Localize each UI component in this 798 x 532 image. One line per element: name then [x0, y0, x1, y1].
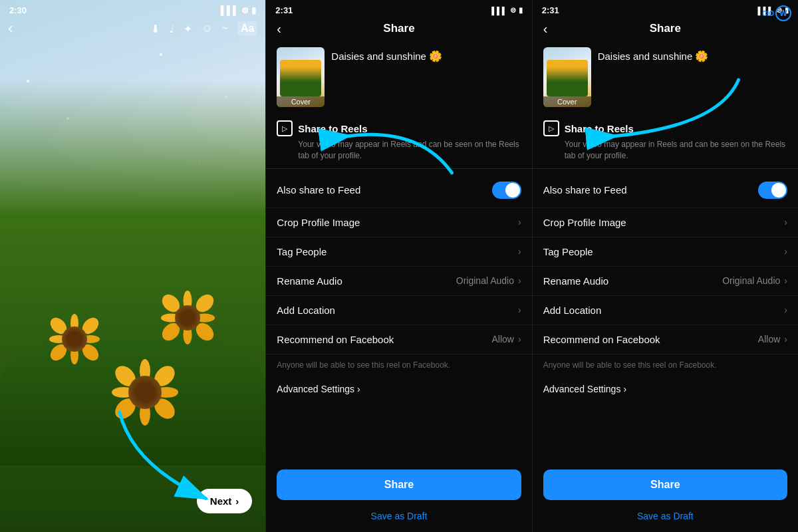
- menu-row-audio[interactable]: Rename Audio Original Audio ›: [266, 267, 531, 296]
- phone3-reels-section: ▷ Share to Reels Your video may appear i…: [533, 115, 798, 164]
- share-title-p3: Share: [650, 22, 681, 35]
- thumbnail-image-p3: [547, 60, 588, 96]
- crop-chevron-p3: ›: [784, 217, 787, 227]
- audio-chevron: ›: [518, 275, 521, 286]
- facebook-chevron: ›: [518, 334, 521, 344]
- reels-header-p3: ▷ Share to Reels: [543, 120, 787, 136]
- menu-row-tag-p3[interactable]: Tag People ›: [533, 237, 798, 267]
- tag-chevron-p3: ›: [784, 246, 787, 257]
- menu-row-facebook-p3[interactable]: Recommend on Facebook Allow ›: [533, 325, 798, 354]
- cover-thumbnail[interactable]: Cover: [277, 47, 325, 107]
- thumbnail-image: [280, 60, 321, 96]
- share-title: Share: [383, 22, 414, 35]
- menu-row-crop[interactable]: Crop Profile Image ›: [266, 208, 531, 237]
- menu-row-share-feed[interactable]: Also share to Feed: [266, 173, 531, 208]
- advanced-settings-chevron: ›: [357, 384, 360, 394]
- phone2-screen: 2:31 ▌▌▌ ⊜ ▮ ‹ Share Cover Daisies and s…: [266, 0, 531, 532]
- phone1-status-bar: 2:30 ▌▌▌ ⊛ ▮: [0, 5, 265, 15]
- facebook-label: Recommend on Facebook: [277, 334, 394, 345]
- reels-description: Your video may appear in Reels and can b…: [277, 139, 521, 162]
- tag-label-p3: Tag People: [543, 246, 593, 257]
- cover-thumbnail-p3[interactable]: Cover: [543, 47, 591, 107]
- phone3-share-header: ‹ Share: [533, 18, 798, 42]
- phone-3: 2:31 ▌▌▌ ⊜ ▮ ‹ Share Cover Daisies and s…: [533, 0, 798, 532]
- cio-text: CIO: [762, 10, 774, 17]
- menu-row-audio-p3[interactable]: Rename Audio Original Audio ›: [533, 267, 798, 296]
- phone2-share-header: ‹ Share: [266, 18, 531, 42]
- audio-label: Rename Audio: [277, 275, 342, 287]
- menu-row-crop-p3[interactable]: Crop Profile Image ›: [533, 208, 798, 237]
- share-button-p3[interactable]: Share: [543, 469, 787, 500]
- cover-label: Cover: [277, 96, 325, 107]
- effects-icon[interactable]: ✦: [184, 23, 192, 35]
- facebook-right: Allow ›: [492, 334, 521, 344]
- audio-value-p3: Original Audio: [722, 275, 780, 286]
- save-draft-btn-p3[interactable]: Save as Draft: [533, 504, 798, 532]
- share-feed-label-p3: Also share to Feed: [543, 184, 627, 196]
- reels-description-p3: Your video may appear in Reels and can b…: [543, 139, 787, 162]
- advanced-settings-row[interactable]: Advanced Settings ›: [266, 374, 531, 404]
- post-emoji-p3: 🌼: [695, 51, 708, 62]
- advanced-settings-row-p3[interactable]: Advanced Settings ›: [533, 374, 798, 404]
- advanced-settings-label: Advanced Settings: [277, 384, 354, 394]
- squiggle-icon[interactable]: ~: [222, 23, 228, 35]
- menu-row-location[interactable]: Add Location ›: [266, 296, 531, 325]
- phone-2: 2:31 ▌▌▌ ⊜ ▮ ‹ Share Cover Daisies and s…: [266, 0, 532, 532]
- phone1-toolbar: ‹ ⬇ ♩ ✦ ☺ ~ Aa: [0, 20, 265, 37]
- phone3-preview: Cover Daisies and sunshine 🌼: [533, 42, 798, 115]
- audio-right-p3: Original Audio ›: [722, 275, 787, 286]
- reels-icon-p3: ▷: [543, 120, 559, 136]
- menu-row-tag[interactable]: Tag People ›: [266, 237, 531, 267]
- location-chevron: ›: [518, 305, 521, 315]
- phone1-time: 2:30: [9, 5, 27, 15]
- post-title-area-p3: Daisies and sunshine 🌼: [598, 47, 709, 63]
- phone-1: 2:30 ▌▌▌ ⊛ ▮ ‹ ⬇ ♩ ✦ ☺ ~ Aa Next ›: [0, 0, 266, 532]
- signal-icon: ▌▌▌: [491, 7, 507, 15]
- phone2-share-btn-container: Share: [266, 463, 531, 504]
- post-emoji: 🌼: [429, 51, 442, 62]
- audio-right: Original Audio ›: [456, 275, 521, 286]
- facebook-label-p3: Recommend on Facebook: [543, 334, 660, 345]
- crop-label: Crop Profile Image: [277, 217, 360, 228]
- menu-row-share-feed-p3[interactable]: Also share to Feed: [533, 173, 798, 208]
- share-back-icon[interactable]: ‹: [277, 21, 281, 37]
- post-title-p3: Daisies and sunshine 🌼: [598, 47, 709, 63]
- phone3-status: 2:31 ▌▌▌ ⊜ ▮: [533, 0, 798, 18]
- facebook-chevron-p3: ›: [784, 334, 787, 344]
- back-icon[interactable]: ‹: [8, 20, 13, 37]
- phone1-status-right: ▌▌▌ ⊛ ▮: [221, 5, 257, 15]
- reels-header: ▷ Share to Reels: [277, 120, 521, 136]
- phone3-share-btn-container: Share: [533, 463, 798, 504]
- download-icon[interactable]: ⬇: [151, 23, 160, 35]
- phone3-screen: 2:31 ▌▌▌ ⊜ ▮ ‹ Share Cover Daisies and s…: [533, 0, 798, 532]
- share-button[interactable]: Share: [277, 469, 521, 500]
- crop-chevron: ›: [518, 217, 521, 227]
- crop-label-p3: Crop Profile Image: [543, 217, 626, 228]
- location-label: Add Location: [277, 305, 335, 316]
- reels-icon: ▷: [277, 120, 293, 136]
- facebook-note: Anyone will be able to see this reel on …: [266, 354, 531, 374]
- menu-row-location-p3[interactable]: Add Location ›: [533, 296, 798, 325]
- wifi-icon: ⊛: [241, 5, 249, 15]
- wifi-icon: ⊜: [510, 6, 516, 15]
- facebook-note-p3: Anyone will be able to see this reel on …: [533, 354, 798, 374]
- reels-title-p3: Share to Reels: [565, 123, 634, 134]
- share-feed-toggle-p3[interactable]: [758, 182, 787, 199]
- save-draft-btn[interactable]: Save as Draft: [266, 504, 531, 532]
- share-back-icon-p3[interactable]: ‹: [543, 21, 548, 37]
- facebook-value-p3: Allow: [758, 334, 780, 344]
- advanced-settings-label-p3: Advanced Settings: [543, 384, 621, 394]
- share-feed-toggle[interactable]: [492, 182, 521, 199]
- divider-p3: [533, 168, 798, 169]
- location-label-p3: Add Location: [543, 305, 602, 316]
- emoji-icon[interactable]: ☺: [201, 23, 212, 35]
- advanced-settings-chevron-p3: ›: [623, 384, 626, 394]
- menu-row-facebook[interactable]: Recommend on Facebook Allow ›: [266, 325, 531, 354]
- phone2-status-icons: ▌▌▌ ⊜ ▮: [491, 6, 522, 15]
- phone2-reels-section: ▷ Share to Reels Your video may appear i…: [266, 115, 531, 164]
- battery-icon: ▮: [251, 5, 256, 15]
- text-tool-btn[interactable]: Aa: [237, 21, 257, 36]
- phone2-preview: Cover Daisies and sunshine 🌼: [266, 42, 531, 115]
- next-button[interactable]: Next ›: [197, 489, 253, 513]
- music-icon[interactable]: ♩: [169, 23, 174, 35]
